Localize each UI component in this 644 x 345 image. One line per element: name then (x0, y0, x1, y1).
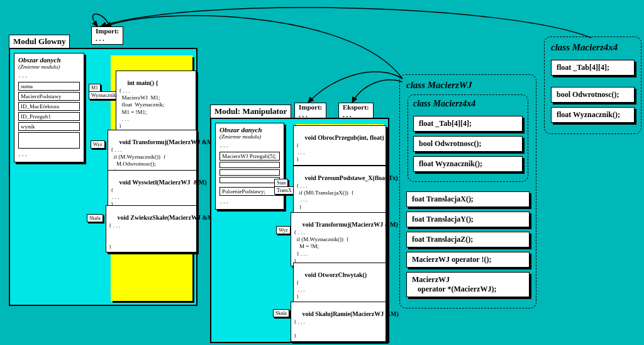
module-glowny-title: Modul Glowny (9, 35, 70, 48)
data-var-empty (18, 132, 80, 149)
fn-skaluj-sig: void SkalujRamie(MacierzWJ &M) (303, 310, 399, 317)
module-glowny-data-area: Obszar danych (Zmienne modulu) . . . sum… (14, 53, 84, 162)
fn-wyswietl-body: { . . . } (111, 187, 119, 208)
fn-main-sig: int main() { (128, 79, 158, 86)
data-var-empty (219, 162, 280, 168)
class-macierz4x4-title: class Macierz4x4 (550, 41, 636, 57)
fn-wyswietl-sig: void Wyswietl(MacierzWJ &M) (119, 179, 207, 186)
module-manipulator-title-text: Modul: Manipulator (214, 106, 287, 116)
data-var: ID_MacEfektora (18, 102, 80, 111)
data-area-heading-2: Obszar danych (219, 126, 280, 133)
data-area-dots: . . . (18, 70, 80, 81)
module-glowny-title-text: Modul Glowny (13, 37, 65, 46)
data-area-sub-2: (Zmienne modulu) (219, 133, 280, 140)
member: float Wyznacznik(); (551, 107, 635, 123)
fn-wyswietl: void Wyswietl(MacierzWJ &M) { . . . } (108, 170, 197, 210)
fn-obroc-sig: void ObrocPrzegub(int, float) (305, 134, 384, 141)
fn-zwieksz: void ZwiekszSkale(MacierzWJ &M) { . . . … (106, 205, 197, 252)
data-var: suma (18, 82, 80, 91)
data-area-heading: Obszar danych (18, 56, 80, 64)
member: float _Tab[4][4]; (413, 116, 523, 132)
param-wyznacznik: Wyznacznik (89, 91, 119, 99)
data-var-empty (219, 169, 280, 176)
param-wyz2: Wyz (276, 226, 291, 234)
fn-zwieksz-sig: void ZwiekszSkale(MacierzWJ &M) (118, 214, 216, 221)
member: foat TranslacjaY(); (406, 212, 530, 227)
diagram-canvas: Modul Glowny Import: . . . Obszar danych… (0, 0, 644, 345)
data-var: PoloeniePodstawy; (219, 187, 280, 196)
fn-main: int main() { { . . . MacierzWJ M1; float… (116, 71, 196, 132)
member: foat TranslacjaX(); (406, 191, 530, 207)
class-inner-title: class Macierz4x4 (412, 98, 524, 113)
fn-skaluj-body: { . . . } (294, 319, 305, 339)
member: MacierzWJ operator !(); (406, 252, 530, 268)
data-var: MacierzWJ Przegub[5]; (219, 152, 280, 161)
module-glowny-body: Obszar danych (Zmienne modulu) . . . sum… (9, 48, 197, 306)
class-macierzwj-title: class MacierzWJ (405, 79, 531, 94)
fn-obroc: void ObrocPrzegub(int, float) { . . . } (293, 125, 386, 166)
data-trailing-2: . . . (219, 196, 280, 206)
fn-transformuj2-body: { . . . if (M.Wyznacznik()) { M = !M; } … (294, 229, 349, 264)
module-manipulator-title: Modul: Manipulator (210, 105, 291, 118)
fn-otworz-body: { . . . } (296, 280, 305, 300)
fn-przesun-sig: void PrzesunPodstawe_X(float Tx) (305, 174, 398, 181)
data-var: MacierzPodstawy (18, 92, 80, 101)
class-macierz4x4-inner: class Macierz4x4 float _Tab[4][4]; bool … (408, 94, 528, 182)
member: float Wyznacznik(); (413, 156, 523, 172)
fn-obroc-body: { . . . } (296, 142, 305, 163)
param-skala2: Skala (273, 309, 289, 317)
fn-zwieksz-body: { . . . } (109, 222, 120, 250)
fn-otworz: void OtworzChwytak() { . . . } (293, 263, 386, 303)
member: float _Tab[4][4]; (551, 60, 635, 76)
param-skala: Skala (87, 214, 103, 222)
member: MacierzWJ operator *(MacierzWJ); (406, 272, 530, 297)
fn-transformuj2-sig: void Transformuj(MacierzWJ &M) (303, 221, 398, 228)
data-area-sub: (Zmienne modulu) (18, 64, 80, 70)
param-wyz: Wyz (91, 140, 105, 149)
class-macierzwj: class MacierzWJ class Macierz4x4 float _… (399, 74, 536, 308)
fn-transformuj-sig: void Transformuj(MacierzWJ &M) (119, 139, 215, 145)
data-trailing: . . . (18, 149, 80, 159)
module-manipulator-body: Obszar danych (Zmienne modulu) . . . Mac… (210, 118, 389, 343)
module-glowny-import: Import: . . . (91, 26, 123, 45)
module-manipulator-data-area: Obszar danych (Zmienne modulu) . . . Mac… (215, 123, 284, 210)
fn-skaluj: void SkalujRamie(MacierzWJ &M) { . . . } (291, 302, 386, 342)
class-macierz4x4: class Macierz4x4 float _Tab[4][4]; bool … (544, 37, 641, 134)
data-var: wynik (18, 122, 80, 131)
fn-otworz-sig: void OtworzChwytak() (305, 271, 367, 278)
member: bool Odwrotnosc(); (413, 136, 523, 152)
fn-main-body: { . . . MacierzWJ M1; float Wyznacznik; … (119, 88, 164, 129)
member: foat TranslacjaZ(); (406, 232, 530, 247)
param-transx: TransX (274, 186, 294, 195)
member: bool Odwrotnosc(); (551, 87, 635, 103)
data-var: ID_Przegub1 (18, 112, 80, 121)
fn-transformuj2: void Transformuj(MacierzWJ &M) { . . . i… (291, 212, 386, 266)
data-dots-2: . . . (219, 140, 280, 150)
data-var-empty (219, 177, 280, 183)
